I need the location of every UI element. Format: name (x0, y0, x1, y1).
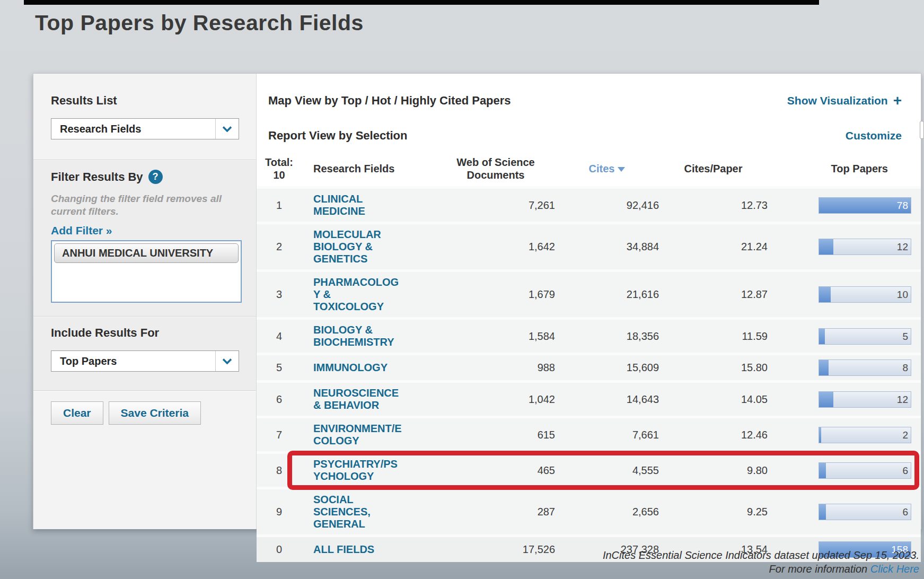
top-black-strip (24, 0, 819, 5)
row-rank: 2 (257, 241, 302, 253)
research-field-link[interactable]: NEUROSCIENCE & BEHAVIOR (313, 387, 404, 411)
plus-icon: + (893, 95, 902, 106)
footer-dataset-note: InCites Essential Science Indicators dat… (603, 548, 919, 562)
top-papers-bar: 10 (819, 286, 911, 303)
page-title: Top Papers by Research Fields (35, 11, 364, 36)
wos-documents-value: 465 (404, 464, 555, 477)
cites-value: 92,416 (555, 199, 659, 212)
top-papers-bar: 6 (819, 462, 911, 479)
research-field-link[interactable]: PHARMACOLOG Y & TOXICOLOGY (313, 276, 404, 313)
question-mark-icon[interactable]: ? (148, 170, 163, 184)
top-papers-value: 10 (897, 287, 908, 302)
content-panel: Results List Research Fields Filter Resu… (33, 73, 921, 529)
row-rank: 5 (257, 362, 302, 374)
cites-value: 4,555 (555, 464, 659, 477)
footer-more-info: For more information Click Here (603, 562, 919, 576)
filter-note: Changing the filter field removes all cu… (51, 192, 234, 218)
top-papers-cell: 5 (768, 328, 921, 345)
cites-value: 21,616 (555, 288, 659, 301)
research-field-link[interactable]: IMMUNOLOGY (313, 362, 404, 374)
research-field-link[interactable]: MOLECULAR BIOLOGY & GENETICS (313, 229, 404, 265)
top-papers-cell: 6 (768, 504, 921, 520)
cites-value: 7,661 (555, 429, 659, 441)
table-row: 5IMMUNOLOGY98815,60915.808 (257, 353, 921, 380)
add-filter-link[interactable]: Add Filter » (51, 224, 112, 237)
research-field-link[interactable]: ENVIRONMENT/E COLOGY (313, 423, 404, 447)
research-field-link[interactable]: SOCIAL SCIENCES, GENERAL (313, 494, 404, 530)
cites-per-paper-value: 12.46 (659, 429, 768, 441)
row-rank: 9 (257, 506, 302, 518)
table-row: 4BIOLOGY & BIOCHEMISTRY1,58418,35611.595 (257, 317, 921, 353)
results-list-heading: Results List (51, 94, 256, 108)
wos-documents-value: 1,584 (404, 330, 555, 343)
include-results-selected-value: Top Papers (51, 355, 117, 367)
top-papers-cell: 78 (768, 197, 921, 214)
customize-link[interactable]: Customize (846, 129, 902, 142)
wos-documents-value: 17,526 (404, 543, 555, 556)
sidebar: Results List Research Fields Filter Resu… (33, 74, 257, 529)
top-papers-value: 6 (902, 504, 908, 520)
cites-value: 2,656 (555, 506, 659, 518)
top-papers-cell: 10 (768, 286, 921, 303)
table-row: 2MOLECULAR BIOLOGY & GENETICS1,64234,884… (257, 222, 921, 269)
cites-per-paper-value: 9.25 (659, 506, 768, 518)
column-header-cites-per-paper[interactable]: Cites/Paper (659, 162, 768, 175)
cites-per-paper-value: 12.87 (659, 288, 768, 301)
top-papers-bar: 2 (819, 427, 911, 443)
top-papers-cell: 8 (768, 359, 921, 376)
report-view-title: Report View by Selection (268, 129, 407, 143)
save-criteria-button[interactable]: Save Criteria (109, 401, 201, 425)
results-list-select[interactable]: Research Fields (51, 118, 239, 139)
row-rank: 1 (257, 199, 302, 212)
row-rank: 4 (257, 330, 302, 343)
actions-section: Clear Save Criteria (33, 390, 256, 529)
filter-selected-item[interactable]: ANHUI MEDICAL UNIVERSITY (54, 243, 239, 263)
column-header-wos-documents[interactable]: Web of Science Documents (404, 156, 555, 181)
cites-per-paper-value: 11.59 (659, 330, 768, 343)
wos-documents-value: 287 (404, 506, 555, 518)
research-field-link[interactable]: ALL FIELDS (313, 543, 404, 556)
research-field-link[interactable]: BIOLOGY & BIOCHEMISTRY (313, 324, 404, 348)
research-field-link[interactable]: PSYCHIATRY/PS YCHOLOGY (313, 458, 404, 482)
wos-documents-value: 1,642 (404, 241, 555, 253)
table-row: 3PHARMACOLOG Y & TOXICOLOGY1,67921,61612… (257, 269, 921, 317)
footer: InCites Essential Science Indicators dat… (603, 548, 919, 576)
results-list-section: Results List Research Fields (33, 74, 256, 160)
wos-documents-value: 1,042 (404, 393, 555, 406)
top-papers-value: 2 (902, 427, 908, 443)
column-header-research-fields[interactable]: Research Fields (313, 162, 404, 175)
cites-per-paper-value: 9.80 (659, 464, 768, 477)
top-papers-value: 78 (897, 198, 908, 213)
column-header-cites-sorted[interactable]: Cites (555, 162, 659, 175)
top-papers-bar: 12 (819, 239, 911, 255)
filter-listbox: ANHUI MEDICAL UNIVERSITY (51, 240, 242, 303)
sort-descending-icon (618, 167, 625, 172)
cites-per-paper-value: 15.80 (659, 362, 768, 374)
include-results-select[interactable]: Top Papers (51, 350, 239, 372)
column-header-top-papers[interactable]: Top Papers (768, 162, 921, 175)
click-here-link[interactable]: Click Here (870, 563, 919, 575)
wos-documents-value: 7,261 (404, 199, 555, 212)
scrollbar-thumb[interactable] (920, 121, 924, 139)
row-rank: 3 (257, 288, 302, 301)
top-papers-value: 12 (897, 239, 908, 255)
table-row: 8PSYCHIATRY/PS YCHOLOGY4654,5559.806 (257, 451, 921, 487)
top-papers-bar: 78 (819, 197, 911, 214)
filter-section: Filter Results By ? Changing the filter … (33, 160, 256, 316)
cites-per-paper-value: 14.05 (659, 393, 768, 406)
table-row: 9SOCIAL SCIENCES, GENERAL2872,6569.256 (257, 487, 921, 534)
show-visualization-link[interactable]: Show Visualization + (787, 94, 902, 107)
clear-button[interactable]: Clear (51, 401, 103, 425)
top-papers-bar: 12 (819, 391, 911, 408)
cites-value: 34,884 (555, 241, 659, 253)
research-field-link[interactable]: CLINICAL MEDICINE (313, 193, 404, 217)
wos-documents-value: 1,679 (404, 288, 555, 301)
top-papers-value: 12 (897, 392, 908, 407)
cites-value: 15,609 (555, 362, 659, 374)
row-rank: 8 (257, 464, 302, 477)
row-rank: 7 (257, 429, 302, 441)
cites-value: 14,643 (555, 393, 659, 406)
row-rank: 6 (257, 393, 302, 406)
map-view-title: Map View by Top / Hot / Highly Cited Pap… (268, 94, 511, 108)
cites-per-paper-value: 21.24 (659, 241, 768, 253)
